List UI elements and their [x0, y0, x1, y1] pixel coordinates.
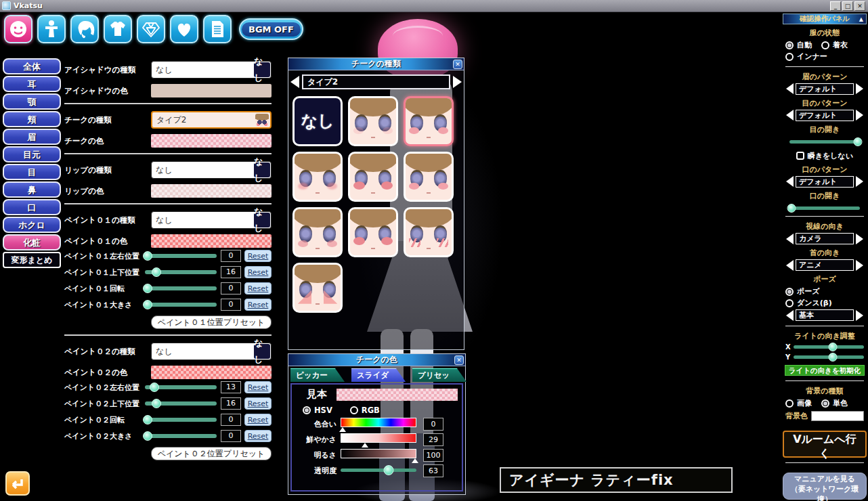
bgm-toggle-button[interactable]: BGM OFF	[239, 18, 303, 40]
paint-slider[interactable]	[145, 284, 217, 293]
background-type-radio[interactable]: 画像	[785, 398, 812, 408]
prev-arrow[interactable]	[786, 234, 794, 244]
color-tab[interactable]: プリセット	[412, 368, 466, 382]
slider-thumb[interactable]	[853, 137, 862, 146]
next-type-arrow[interactable]	[453, 76, 462, 88]
color-slider[interactable]	[341, 463, 416, 478]
cheek-type-option[interactable]	[292, 207, 343, 257]
eye-open-slider[interactable]	[789, 137, 860, 146]
sidebar-category-button[interactable]: 変形まとめ	[3, 252, 61, 268]
next-arrow[interactable]	[856, 234, 863, 244]
sidebar-category-button[interactable]: 鼻	[3, 181, 61, 198]
slider-marker[interactable]	[383, 465, 393, 475]
pose-value[interactable]: 基本	[796, 309, 854, 321]
mouth-open-slider[interactable]	[789, 204, 860, 212]
cheek-type-option[interactable]	[292, 152, 343, 202]
heart-icon[interactable]	[170, 15, 198, 43]
light-y-slider[interactable]	[794, 353, 864, 362]
color-tab[interactable]: ピッカー	[290, 368, 345, 382]
cheek-type-option[interactable]	[292, 263, 343, 313]
slider-thumb[interactable]	[143, 300, 152, 309]
pose-radio[interactable]: ポーズ	[785, 286, 820, 297]
paint01-preset-button[interactable]: ペイント０１位置プリセット	[151, 315, 272, 329]
slider-thumb[interactable]	[152, 399, 161, 408]
maximize-button[interactable]: □	[842, 1, 853, 11]
mouth-pattern-value[interactable]: デフォルト	[796, 176, 854, 188]
paint-slider[interactable]	[145, 431, 217, 441]
eye-pattern-value[interactable]: デフォルト	[796, 110, 854, 121]
background-type-radio[interactable]: 単色	[821, 398, 848, 408]
slider-thumb[interactable]	[143, 431, 152, 441]
sidebar-category-button[interactable]: 全体	[3, 58, 61, 74]
notes-icon[interactable]	[203, 15, 232, 43]
reset-button[interactable]: Reset	[244, 250, 272, 262]
paint02-preset-button[interactable]: ペイント０２位置プリセット	[151, 447, 272, 460]
sidebar-category-button[interactable]: 眉	[3, 129, 61, 145]
light-reset-button[interactable]: ライトの向きを初期化	[785, 365, 865, 376]
color-tab[interactable]: スライダー	[351, 368, 406, 382]
eyeshadow-type-field[interactable]: なし なし	[151, 61, 272, 79]
next-arrow[interactable]	[856, 310, 863, 321]
paint02-color-swatch[interactable]	[151, 366, 272, 379]
popup-titlebar[interactable]: チークの種類 ✕	[288, 58, 464, 70]
brow-pattern-value[interactable]: デフォルト	[796, 83, 854, 95]
next-arrow[interactable]	[856, 83, 863, 94]
color-slider[interactable]	[341, 416, 416, 431]
sidebar-category-button[interactable]: ホクロ	[3, 217, 61, 233]
sidebar-category-button[interactable]: 目	[3, 164, 61, 180]
return-icon[interactable]	[5, 471, 30, 496]
slider-thumb[interactable]	[787, 204, 796, 213]
slider-marker[interactable]	[339, 427, 346, 432]
paint01-color-swatch[interactable]	[151, 234, 272, 248]
paint-slider[interactable]	[145, 415, 217, 424]
reset-button[interactable]: Reset	[244, 299, 272, 311]
go-to-vroom-button[interactable]: Vルームへ行く	[783, 431, 867, 458]
eyeshadow-color-swatch[interactable]	[151, 84, 272, 97]
reset-button[interactable]: Reset	[244, 397, 272, 410]
light-x-slider[interactable]	[794, 343, 864, 351]
slider-thumb[interactable]	[152, 267, 161, 277]
popup-titlebar[interactable]: チークの色 ✕	[288, 354, 465, 366]
sidebar-category-button[interactable]: 頬	[3, 111, 61, 127]
next-arrow[interactable]	[856, 260, 863, 271]
neck-value[interactable]: アニメ	[796, 259, 854, 271]
slider-thumb[interactable]	[829, 343, 838, 351]
clothes-icon[interactable]	[104, 15, 132, 43]
no-blink-checkbox[interactable]: 瞬きをしない	[796, 151, 853, 161]
cheek-type-option[interactable]	[404, 152, 454, 202]
background-color-swatch[interactable]	[811, 411, 864, 421]
paint-slider[interactable]	[145, 267, 217, 277]
reset-button[interactable]: Reset	[244, 414, 272, 426]
prev-arrow[interactable]	[786, 110, 794, 121]
lip-type-field[interactable]: なし なし	[151, 161, 272, 179]
cheek-type-option[interactable]	[348, 207, 398, 257]
slider-thumb[interactable]	[143, 284, 152, 293]
hair-icon[interactable]	[70, 15, 99, 43]
paint-slider[interactable]	[145, 399, 217, 408]
cheek-type-option[interactable]: なし	[292, 96, 343, 146]
cheek-type-option[interactable]	[348, 152, 398, 202]
cheek-color-swatch[interactable]	[151, 134, 272, 148]
sidebar-category-button[interactable]: 口	[3, 199, 61, 215]
color-slider[interactable]	[341, 432, 416, 447]
color-mode-radio[interactable]: HSV	[303, 406, 332, 415]
slider-thumb[interactable]	[150, 383, 159, 392]
prev-arrow[interactable]	[786, 260, 794, 271]
sidebar-category-button[interactable]: 耳	[3, 76, 61, 92]
view-manual-button[interactable]: マニュアルを見る （要ネットワーク環境）	[783, 473, 867, 500]
clothes-state-radio[interactable]: 自動	[785, 40, 812, 50]
clothes-state-radio[interactable]: インナー	[785, 51, 827, 62]
sidebar-category-button[interactable]: 化粧	[3, 234, 61, 250]
cheek-type-field[interactable]: タイプ2	[151, 111, 272, 129]
slider-thumb[interactable]	[143, 415, 152, 424]
cheek-type-option[interactable]	[404, 96, 454, 146]
prev-arrow[interactable]	[786, 83, 794, 94]
accessory-icon[interactable]	[137, 15, 165, 43]
lip-color-swatch[interactable]	[151, 184, 272, 198]
close-icon[interactable]: ✕	[453, 60, 462, 69]
minimize-button[interactable]: _	[830, 1, 841, 11]
next-arrow[interactable]	[856, 110, 863, 121]
slider-marker[interactable]	[362, 443, 368, 448]
paint-slider[interactable]	[145, 300, 217, 309]
pose-radio[interactable]: ダンス(β)	[785, 298, 832, 308]
